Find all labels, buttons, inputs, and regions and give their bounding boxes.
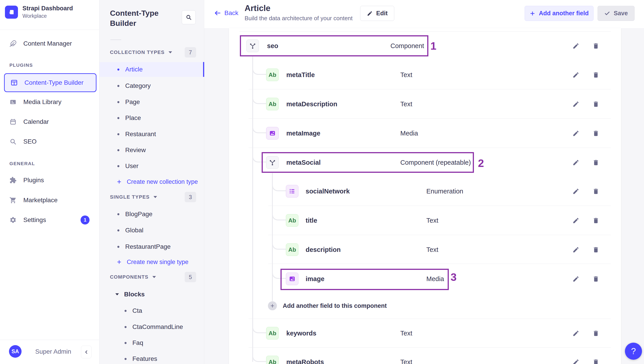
pencil-icon xyxy=(572,246,580,253)
bullet-icon xyxy=(124,358,126,360)
page-title: Article xyxy=(244,4,270,13)
subnav-item-restaurantpage[interactable]: RestaurantPage xyxy=(100,239,204,254)
edit-field-button[interactable] xyxy=(571,41,581,51)
sidebar-item-content-type-builder[interactable]: Content-Type Builder xyxy=(4,73,96,92)
gear-icon xyxy=(10,216,16,224)
delete-field-button[interactable] xyxy=(591,328,601,338)
subnav-item-restaurant[interactable]: Restaurant xyxy=(100,127,204,141)
subnav-item-ctacommandline[interactable]: CtaCommandLine xyxy=(100,319,204,334)
edit-field-button[interactable] xyxy=(571,128,581,138)
pencil-icon xyxy=(572,358,580,364)
collapse-sidebar-button[interactable] xyxy=(81,345,92,358)
edit-field-button[interactable] xyxy=(571,245,581,255)
sidebar-item-plugins[interactable]: Plugins xyxy=(0,171,100,189)
media-field-icon xyxy=(266,127,279,139)
help-button[interactable]: ? xyxy=(625,343,642,360)
field-row-metasocial: metaSocial Component (repeatable) xyxy=(229,148,621,177)
sidebar-item-label: Marketplace xyxy=(23,197,58,204)
subnav-item-faq[interactable]: Faq xyxy=(100,335,204,350)
edit-field-button[interactable] xyxy=(571,157,581,167)
component-field-icon xyxy=(246,40,259,52)
field-row-metatitle: Ab metaTitle Text xyxy=(229,60,621,89)
subnav-item-global[interactable]: Global xyxy=(100,223,204,238)
subnav-item-user[interactable]: User xyxy=(100,159,204,173)
field-name: metaRobots xyxy=(286,358,324,364)
user-avatar[interactable]: SA xyxy=(9,345,22,358)
user-name: Super Admin xyxy=(35,348,71,355)
trash-icon xyxy=(592,188,599,195)
pencil-icon xyxy=(572,130,580,137)
layout-grid-icon xyxy=(10,79,18,86)
subnav-item-blogpage[interactable]: BlogPage xyxy=(100,207,204,222)
edit-button[interactable]: Edit xyxy=(360,6,394,21)
edit-field-button[interactable] xyxy=(571,186,581,196)
create-single-type-link[interactable]: Create new single type xyxy=(100,255,204,269)
sidebar-item-media-library[interactable]: Media Library xyxy=(0,93,100,111)
subnav-item-review[interactable]: Review xyxy=(100,143,204,157)
add-another-field-button[interactable]: Add another field xyxy=(524,6,594,21)
section-single-types[interactable]: SINGLE TYPES xyxy=(110,192,157,202)
delete-field-button[interactable] xyxy=(591,216,601,225)
bullet-icon xyxy=(117,101,120,103)
subnav-item-features[interactable]: Features xyxy=(100,351,204,364)
add-field-to-component-row[interactable]: Add another field to this component xyxy=(229,291,621,320)
delete-field-button[interactable] xyxy=(591,186,601,196)
subnav-item-page[interactable]: Page xyxy=(100,95,204,109)
edit-field-button[interactable] xyxy=(571,70,581,80)
edit-field-button[interactable] xyxy=(571,328,581,338)
search-button[interactable] xyxy=(182,10,196,24)
subnav-item-article[interactable]: Article xyxy=(100,62,204,77)
save-button[interactable]: Save xyxy=(598,6,634,21)
edit-field-button[interactable] xyxy=(571,99,581,109)
annotation-number-3: 3 xyxy=(450,271,457,283)
edit-field-button[interactable] xyxy=(571,216,581,225)
field-row-title: Ab title Text xyxy=(229,206,621,235)
sidebar-item-label: Media Library xyxy=(23,98,62,106)
delete-field-button[interactable] xyxy=(591,357,601,364)
field-row-keywords: Ab keywords Text xyxy=(229,319,621,348)
edit-field-button[interactable] xyxy=(571,357,581,364)
delete-field-button[interactable] xyxy=(591,99,601,109)
bullet-icon xyxy=(117,149,120,151)
subnav-item-cta[interactable]: Cta xyxy=(100,303,204,318)
delete-field-button[interactable] xyxy=(591,157,601,167)
text-field-icon: Ab xyxy=(266,69,279,81)
plus-circle-icon[interactable] xyxy=(268,301,277,310)
component-group-blocks[interactable]: Blocks xyxy=(100,287,204,302)
strapi-logo-icon xyxy=(5,6,18,19)
back-link[interactable]: Back xyxy=(214,10,238,17)
trash-icon xyxy=(592,130,599,137)
delete-field-button[interactable] xyxy=(591,41,601,51)
delete-field-button[interactable] xyxy=(591,128,601,138)
pencil-icon xyxy=(572,159,580,166)
field-type: Component xyxy=(390,42,424,50)
text-field-icon: Ab xyxy=(286,214,298,227)
sidebar-item-content-manager[interactable]: Content Manager xyxy=(0,35,100,53)
delete-field-button[interactable] xyxy=(591,70,601,80)
section-collection-types[interactable]: COLLECTION TYPES xyxy=(110,47,172,58)
bullet-icon xyxy=(117,246,120,248)
trash-icon xyxy=(592,43,599,49)
sidebar-item-calendar[interactable]: Calendar xyxy=(0,113,100,131)
field-row-description: Ab description Text xyxy=(229,235,621,264)
bullet-icon xyxy=(117,165,120,167)
bullet-icon xyxy=(117,85,120,87)
magnifier-icon xyxy=(10,138,16,145)
sidebar-item-marketplace[interactable]: Marketplace xyxy=(0,191,100,209)
sidebar-section-general: GENERAL xyxy=(10,161,35,166)
section-components[interactable]: COMPONENTS xyxy=(110,272,156,282)
sidebar-item-label: Settings xyxy=(23,216,46,224)
caret-down-icon xyxy=(168,51,172,54)
sidebar-item-seo[interactable]: SEO xyxy=(0,133,100,150)
edit-field-button[interactable] xyxy=(571,274,581,284)
text-field-icon: Ab xyxy=(266,356,279,364)
delete-field-button[interactable] xyxy=(591,274,601,284)
create-collection-type-link[interactable]: Create new collection type xyxy=(100,175,204,189)
enumeration-field-icon xyxy=(286,185,298,198)
field-type: Text xyxy=(400,71,412,79)
subnav-item-category[interactable]: Category xyxy=(100,78,204,93)
field-row-metaimage: metaImage Media xyxy=(229,119,621,148)
delete-field-button[interactable] xyxy=(591,245,601,255)
subnav-item-place[interactable]: Place xyxy=(100,111,204,125)
workspace-switcher[interactable]: Strapi Dashboard Workplace xyxy=(5,5,73,19)
